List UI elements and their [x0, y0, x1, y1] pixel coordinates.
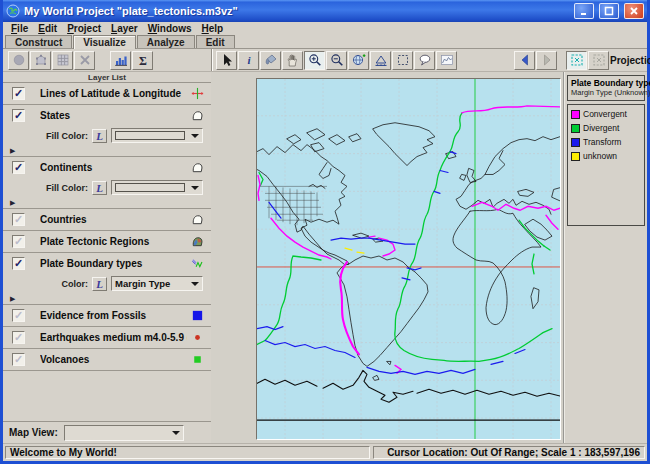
menu-windows[interactable]: Windows: [143, 23, 197, 34]
map-canvas[interactable]: [256, 78, 561, 440]
info-icon: i: [242, 53, 256, 67]
map-tool-zoom-out-button[interactable]: [326, 51, 347, 70]
menu-bar: FileEditProjectLayerWindowsHelp: [3, 22, 647, 35]
back-arrow-icon: [518, 53, 532, 67]
color-swatch: [115, 131, 185, 140]
layer-tool-delete-x-button[interactable]: [74, 51, 95, 70]
map-view-dropdown[interactable]: [64, 425, 184, 441]
layer-list-header: Layer List: [3, 72, 211, 83]
fill-color-dropdown[interactable]: [111, 180, 203, 195]
map-tool-info-button[interactable]: i: [238, 51, 259, 70]
layer-row[interactable]: ✓Volcanoes: [3, 349, 211, 370]
forward-arrow-icon: [540, 53, 554, 67]
map-tool-chart-button[interactable]: [436, 51, 457, 70]
circle-icon: [12, 53, 26, 67]
layer-checkbox[interactable]: ✓: [12, 235, 25, 248]
layer-block: ✓Volcanoes: [3, 349, 211, 371]
title-bar: My World Project "plate_tectonics.m3vz": [3, 0, 647, 22]
layer-tool-histogram-button[interactable]: [110, 51, 131, 70]
maximize-button[interactable]: [599, 3, 619, 19]
minimize-button[interactable]: [574, 3, 594, 19]
map-tool-select-marquee-button[interactable]: [392, 51, 413, 70]
layer-row[interactable]: ✓Countries: [3, 209, 211, 230]
layer-label: Evidence from Fossils: [40, 310, 187, 321]
map-tool-forward-arrow-button[interactable]: [536, 51, 557, 70]
layer-row[interactable]: ✓Evidence from Fossils: [3, 305, 211, 326]
layer-checkbox[interactable]: ✓: [12, 87, 25, 100]
layer-checkbox[interactable]: ✓: [12, 353, 25, 366]
layer-row[interactable]: ✓States: [3, 105, 211, 126]
layer-tool-polygon-points-button[interactable]: [30, 51, 51, 70]
layer-block: ✓Plate Tectonic Regions: [3, 231, 211, 253]
map-tool-zoom-in-button[interactable]: [304, 51, 325, 70]
status-message: Welcome to My World!: [5, 446, 370, 459]
tab-edit[interactable]: Edit: [196, 35, 235, 48]
layer-tool-sigma-button[interactable]: Σ: [132, 51, 153, 70]
grid-icon: [56, 53, 70, 67]
blue-square-icon: [191, 309, 204, 322]
layer-checkbox[interactable]: ✓: [12, 109, 25, 122]
select-marquee-icon: [396, 53, 410, 67]
legend-entry-label: Convergent: [583, 109, 627, 119]
layer-list: ✓Lines of Latitude & Longitude✓StatesFil…: [3, 83, 211, 421]
layer-checkbox[interactable]: ✓: [12, 213, 25, 226]
layer-checkbox[interactable]: ✓: [12, 161, 25, 174]
pointer-icon: [220, 53, 234, 67]
layer-block: ✓Countries: [3, 209, 211, 231]
layer-row[interactable]: ✓Continents: [3, 157, 211, 178]
layer-tool-grid-button[interactable]: [52, 51, 73, 70]
map-tool-zoom-world-button[interactable]: [348, 51, 369, 70]
layer-row[interactable]: ✓Lines of Latitude & Longitude: [3, 83, 211, 104]
tab-visualize[interactable]: Visualize: [73, 35, 136, 49]
menu-project[interactable]: Project: [62, 23, 106, 34]
map-tool-clear-selection-button[interactable]: [588, 51, 609, 70]
menu-edit[interactable]: Edit: [33, 23, 62, 34]
legend-link-button[interactable]: L: [92, 181, 107, 195]
legend-entries: ConvergentDivergentTransformunknown: [567, 104, 645, 226]
close-button[interactable]: [624, 3, 644, 19]
chevron-down-icon: [191, 134, 199, 142]
menu-layer[interactable]: Layer: [106, 23, 143, 34]
chevron-down-icon: [191, 282, 199, 290]
layer-tool-circle-button[interactable]: [8, 51, 29, 70]
tab-construct[interactable]: Construct: [5, 35, 72, 48]
layer-checkbox[interactable]: ✓: [12, 331, 25, 344]
layer-expander[interactable]: ▶: [3, 197, 211, 208]
legend-entry: unknown: [571, 151, 641, 161]
map-tool-measure-button[interactable]: [370, 51, 391, 70]
zoom-out-icon: [330, 53, 344, 67]
layer-block: ✓StatesFill Color:L▶: [3, 105, 211, 157]
layer-expander[interactable]: ▶: [3, 293, 211, 304]
map-view-label: Map View:: [9, 427, 58, 438]
legend-entry-label: Transform: [583, 137, 621, 147]
layer-color-row: Color:LMargin Type: [3, 274, 211, 293]
layer-toolbar: Σ: [3, 49, 211, 71]
menu-file[interactable]: File: [6, 23, 33, 34]
layer-row[interactable]: ✓Plate Tectonic Regions: [3, 231, 211, 252]
histogram-icon: [114, 53, 128, 67]
layer-checkbox[interactable]: ✓: [12, 257, 25, 270]
squiggle-lines-icon: [191, 257, 204, 270]
layer-row[interactable]: ✓Plate Boundary types: [3, 253, 211, 274]
legend-title: Plate Boundary types: [571, 78, 642, 88]
legend-swatch: [571, 152, 580, 161]
map-panel: [211, 72, 563, 443]
layer-checkbox[interactable]: ✓: [12, 309, 25, 322]
map-tool-zoom-to-selection-button[interactable]: [566, 51, 587, 70]
tab-analyze[interactable]: Analyze: [137, 35, 195, 48]
map-tool-label-balloon-button[interactable]: [414, 51, 435, 70]
menu-help[interactable]: Help: [197, 23, 229, 34]
legend-entry: Transform: [571, 137, 641, 147]
map-tool-back-arrow-button[interactable]: [514, 51, 535, 70]
zoom-world-icon: [352, 53, 366, 67]
map-tool-pan-hand-button[interactable]: [282, 51, 303, 70]
map-tool-pointer-button[interactable]: [216, 51, 237, 70]
fill-color-dropdown[interactable]: [111, 128, 203, 143]
layer-block: ✓Plate Boundary typesColor:LMargin Type▶: [3, 253, 211, 305]
map-tool-paint-bucket-button[interactable]: [260, 51, 281, 70]
layer-expander[interactable]: ▶: [3, 145, 211, 156]
layer-row[interactable]: ✓Earthquakes medium m4.0-5.9 (2001-03): [3, 327, 211, 348]
legend-link-button[interactable]: L: [92, 277, 107, 291]
legend-link-button[interactable]: L: [92, 129, 107, 143]
color-attribute-dropdown[interactable]: Margin Type: [111, 276, 203, 291]
